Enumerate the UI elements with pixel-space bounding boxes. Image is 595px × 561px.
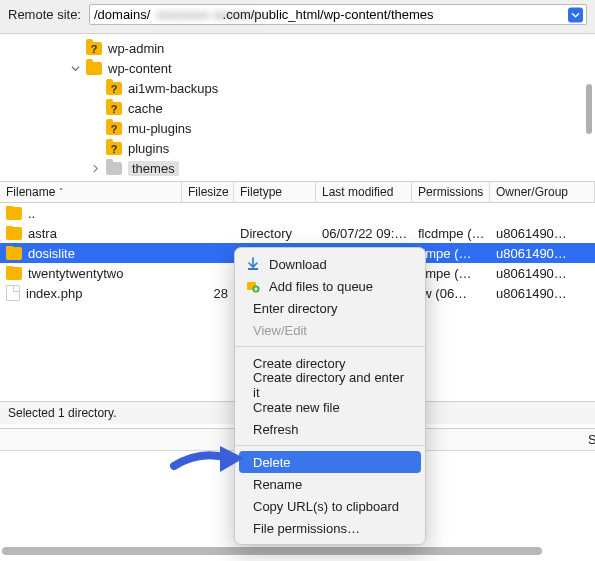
menu-item-label: Add files to queue xyxy=(269,279,373,294)
menu-item-label: Download xyxy=(269,257,327,272)
tree-item-label: themes xyxy=(128,161,179,176)
menu-item-label: Enter directory xyxy=(253,301,338,316)
file-list-headers: Filename˄ Filesize Filetype Last modifie… xyxy=(0,182,595,203)
disclosure-placeholder xyxy=(90,83,100,93)
header-permissions[interactable]: Permissions xyxy=(412,182,490,202)
file-cell: 28 xyxy=(182,286,234,301)
folder-icon: ? xyxy=(106,82,122,95)
queue-add-icon xyxy=(245,278,261,294)
menu-item[interactable]: Delete xyxy=(239,451,421,473)
folder-icon: ? xyxy=(106,142,122,155)
folder-icon: ? xyxy=(106,122,122,135)
file-name-label: index.php xyxy=(26,286,82,301)
menu-item-label: Create directory xyxy=(253,356,345,371)
file-name-label: astra xyxy=(28,226,57,241)
folder-icon: ? xyxy=(106,102,122,115)
menu-item[interactable]: Add files to queue xyxy=(235,275,425,297)
tree-item[interactable]: ?ai1wm-backups xyxy=(90,78,595,98)
file-name-label: .. xyxy=(28,206,35,221)
svg-rect-0 xyxy=(248,268,258,270)
menu-item-label: Refresh xyxy=(253,422,299,437)
chevron-down-icon xyxy=(571,10,580,19)
menu-item-label: Create directory and enter it xyxy=(253,370,413,400)
folder-icon xyxy=(106,162,122,175)
file-name-label: twentytwentytwo xyxy=(28,266,123,281)
file-cell: 06/07/22 09:… xyxy=(316,226,412,241)
menu-item-label: File permissions… xyxy=(253,521,360,536)
address-bar: Remote site: xxxxxxxx xxxxxxx xyxy=(0,0,595,34)
file-icon xyxy=(6,285,20,301)
file-name-cell: twentytwentytwo xyxy=(0,266,182,281)
header-owner-group[interactable]: Owner/Group xyxy=(490,182,595,202)
file-cell: Directory xyxy=(234,226,316,241)
folder-icon xyxy=(6,227,22,240)
menu-item[interactable]: File permissions… xyxy=(235,517,425,539)
menu-item-label: View/Edit xyxy=(253,323,307,338)
folder-icon xyxy=(86,62,102,75)
context-menu: DownloadAdd files to queueEnter director… xyxy=(234,247,426,545)
chevron-right-icon[interactable] xyxy=(90,163,100,173)
file-cell: u8061490… xyxy=(490,286,595,301)
address-input-wrap: xxxxxxxx xxxxxxx xyxy=(89,4,587,25)
file-name-cell: .. xyxy=(0,206,182,221)
menu-item[interactable]: Download xyxy=(235,253,425,275)
menu-item-label: Copy URL(s) to clipboard xyxy=(253,499,399,514)
annotation-arrow-icon xyxy=(170,440,250,480)
menu-item[interactable]: Refresh xyxy=(235,418,425,440)
disclosure-placeholder xyxy=(90,103,100,113)
menu-item[interactable]: Copy URL(s) to clipboard xyxy=(235,495,425,517)
file-row[interactable]: .. xyxy=(0,203,595,223)
file-name-cell: index.php xyxy=(0,285,182,301)
menu-separator xyxy=(235,346,425,347)
tree-item-label: plugins xyxy=(128,141,169,156)
tree-item[interactable]: ?plugins xyxy=(90,138,595,158)
download-icon xyxy=(245,256,261,272)
address-label: Remote site: xyxy=(8,7,81,22)
file-name-cell: astra xyxy=(0,226,182,241)
remote-tree: ?wp-adminwp-content?ai1wm-backups?cache?… xyxy=(0,34,595,182)
tree-item-label: mu-plugins xyxy=(128,121,192,136)
file-cell: flcdmpe (… xyxy=(412,226,490,241)
bottom-scrollbar[interactable] xyxy=(2,547,542,555)
menu-item-label: Delete xyxy=(253,455,291,470)
menu-item-label: Rename xyxy=(253,477,302,492)
disclosure-placeholder xyxy=(90,123,100,133)
remote-path-input[interactable] xyxy=(89,4,587,25)
menu-item[interactable]: Enter directory xyxy=(235,297,425,319)
file-row[interactable]: astraDirectory06/07/22 09:…flcdmpe (…u80… xyxy=(0,223,595,243)
file-cell: u8061490… xyxy=(490,246,595,261)
tree-item-label: cache xyxy=(128,101,163,116)
header-filename[interactable]: Filename˄ xyxy=(0,182,182,202)
folder-icon xyxy=(6,247,22,260)
tree-item-label: ai1wm-backups xyxy=(128,81,218,96)
folder-icon xyxy=(6,267,22,280)
path-dropdown-button[interactable] xyxy=(568,7,583,22)
disclosure-placeholder xyxy=(90,143,100,153)
file-cell: u8061490… xyxy=(490,266,595,281)
header-filetype[interactable]: Filetype xyxy=(234,182,316,202)
disclosure-placeholder xyxy=(70,43,80,53)
menu-separator xyxy=(235,445,425,446)
chevron-down-icon[interactable] xyxy=(70,63,80,73)
tree-item-label: wp-admin xyxy=(108,41,164,56)
folder-icon: ? xyxy=(86,42,102,55)
header-filesize[interactable]: Filesize xyxy=(182,182,234,202)
tree-item[interactable]: ?cache xyxy=(90,98,595,118)
menu-item-label: Create new file xyxy=(253,400,340,415)
menu-item: View/Edit xyxy=(235,319,425,341)
tree-item[interactable]: wp-content xyxy=(70,58,595,78)
menu-item[interactable]: Create directory and enter it xyxy=(235,374,425,396)
tree-item[interactable]: ?wp-admin xyxy=(70,38,595,58)
tree-item-label: wp-content xyxy=(108,61,172,76)
tree-item[interactable]: themes xyxy=(90,158,595,178)
sort-asc-icon: ˄ xyxy=(59,187,64,197)
menu-item[interactable]: Rename xyxy=(235,473,425,495)
folder-icon xyxy=(6,207,22,220)
header-last-modified[interactable]: Last modified xyxy=(316,182,412,202)
tree-scrollbar[interactable] xyxy=(586,84,592,134)
tree-item[interactable]: ?mu-plugins xyxy=(90,118,595,138)
file-name-cell: dosislite xyxy=(0,246,182,261)
file-name-label: dosislite xyxy=(28,246,75,261)
file-cell: u8061490… xyxy=(490,226,595,241)
